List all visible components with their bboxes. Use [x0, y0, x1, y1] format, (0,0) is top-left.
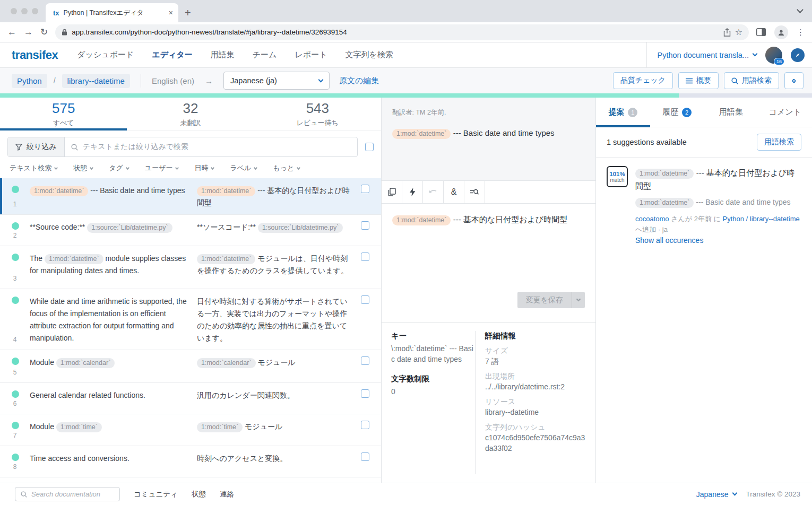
string-search-input[interactable]: テキストまたは絞り込みで検索 — [65, 137, 357, 156]
nav-item-チーム[interactable]: チーム — [253, 50, 277, 60]
new-tab-button[interactable]: + — [185, 7, 191, 19]
nav-item-用語集[interactable]: 用語集 — [211, 50, 235, 60]
string-row-8[interactable]: 8Time access and conversions.時刻へのアクセスと変換… — [0, 446, 381, 477]
string-row-3[interactable]: 3The 1:mod:`datetime` module supplies cl… — [0, 246, 381, 289]
chevron-down-icon — [318, 77, 324, 82]
row-checkbox[interactable] — [361, 252, 369, 261]
zoom-window-icon[interactable] — [32, 8, 38, 14]
filter-dropdown-状態[interactable]: 状態 — [73, 163, 93, 173]
share-icon[interactable] — [723, 28, 731, 37]
string-text: --- Basic date and time types — [88, 186, 185, 195]
panel-tab-提案[interactable]: 提案1 — [596, 98, 650, 127]
string-row-5[interactable]: 5Module 1:mod:`calendar`1:mod:`calendar`… — [0, 350, 381, 383]
close-window-icon[interactable] — [11, 8, 17, 14]
save-changes-button[interactable]: 変更を保存 — [517, 292, 585, 308]
back-button[interactable]: ← — [7, 27, 16, 38]
attribution-link[interactable]: cocoatomo — [635, 215, 669, 223]
concordance-search-button[interactable] — [464, 181, 485, 203]
row-checkbox[interactable] — [361, 185, 369, 193]
suggestion-item[interactable]: 101% match 1:mod:`datetime` --- 基本的な日付型お… — [596, 158, 812, 253]
target-language-select[interactable]: Japanese (ja) — [223, 72, 330, 90]
list-tab-レビュー待ち[interactable]: 543レビュー待ち — [254, 98, 381, 130]
filter-dropdown-タグ[interactable]: タグ — [109, 163, 129, 173]
bookmark-star-icon[interactable]: ☆ — [735, 27, 742, 37]
row-number: 4 — [11, 336, 19, 343]
string-row-1[interactable]: 11:mod:`datetime` --- Basic date and tim… — [0, 178, 381, 215]
url-bar[interactable]: app.transifex.com/python-doc/python-newe… — [55, 24, 749, 40]
nav-item-文字列を検索[interactable]: 文字列を検索 — [345, 50, 393, 60]
source-cell: The 1:mod:`datetime` module supplies cla… — [30, 252, 197, 283]
filter-dropdown-日時[interactable]: 日時 — [194, 163, 214, 173]
select-all-checkbox[interactable] — [365, 143, 374, 151]
string-row-4[interactable]: 4While date and time arithmetic is suppo… — [0, 289, 381, 350]
variable-chip[interactable]: 1:mod:`datetime` — [392, 129, 451, 139]
panel-tab-コメント[interactable]: コメント — [758, 98, 812, 127]
reload-button[interactable]: ↻ — [40, 27, 48, 38]
documentation-search-input[interactable]: Search documentation — [15, 487, 120, 501]
list-tab-未翻訳[interactable]: 32未翻訳 — [127, 98, 254, 130]
panel-tab-履歴[interactable]: 履歴2 — [650, 98, 704, 127]
show-all-occurrences-link[interactable]: Show all occurences — [635, 236, 801, 245]
footer-link-コミュニティ[interactable]: コミュニティ — [134, 490, 178, 499]
edit-source-link[interactable]: 原文の編集 — [339, 76, 379, 86]
filter-label: ラベル — [230, 163, 251, 173]
breadcrumb-project[interactable]: Python — [12, 74, 47, 88]
overview-button[interactable]: 概要 — [678, 72, 719, 89]
footer-link-状態[interactable]: 状態 — [192, 490, 206, 499]
attribution-text: · ja — [656, 225, 668, 233]
project-selector[interactable]: Python document transla... — [658, 51, 757, 59]
nav-item-レポート[interactable]: レポート — [295, 50, 327, 60]
attribution-link[interactable]: Python / library--datetime — [723, 215, 800, 223]
machine-translation-button[interactable] — [402, 181, 423, 203]
filter-dropdown-ラベル[interactable]: ラベル — [230, 163, 257, 173]
details-fields: サイズ7 語出現場所../../library/datetime.rst:2リソ… — [485, 346, 586, 454]
breadcrumb-resource[interactable]: library--datetime — [62, 74, 130, 88]
browser-menu-icon[interactable]: ⋮ — [797, 28, 805, 37]
ui-language-select[interactable]: Japanese — [696, 490, 737, 499]
list-tab-すべて[interactable]: 575すべて — [0, 98, 127, 130]
undo-button[interactable] — [423, 181, 444, 203]
browser-tab[interactable]: tx Python | Transifexエディタ × — [46, 3, 178, 22]
row-checkbox[interactable] — [361, 452, 369, 461]
tab-label: すべて — [53, 118, 74, 128]
compass-icon[interactable] — [791, 48, 805, 62]
filter-dropdown-テキスト検索[interactable]: テキスト検索 — [10, 163, 57, 173]
filter-button[interactable]: 絞り込み — [8, 137, 65, 156]
string-row-9[interactable]: 9Module 1:mod:`zoneinfo`1:mod:`zoneinfo`… — [0, 477, 381, 483]
special-characters-button[interactable]: & — [444, 181, 464, 203]
close-tab-icon[interactable]: × — [169, 8, 173, 17]
transifex-logo[interactable]: transifex — [12, 48, 58, 62]
nav-item-エディター[interactable]: エディター — [152, 50, 192, 60]
string-row-6[interactable]: 6General calendar related functions.汎用のカ… — [0, 383, 381, 414]
sidepanel-icon[interactable] — [756, 28, 766, 36]
string-row-7[interactable]: 7Module 1:mod:`time`1:mod:`time` モジュール — [0, 414, 381, 446]
string-row-2[interactable]: 2**Source code:** 1:source:`Lib/datetime… — [0, 215, 381, 246]
copy-source-button[interactable] — [382, 181, 402, 203]
row-checkbox[interactable] — [361, 356, 369, 365]
glossary-search-button-right[interactable]: 用語検索 — [757, 134, 801, 151]
row-checkbox[interactable] — [361, 389, 369, 398]
suggestions-panel: 提案1履歴2用語集コメント 1 suggestions available 用語… — [596, 98, 812, 483]
row-checkbox[interactable] — [361, 421, 369, 429]
panel-tab-用語集[interactable]: 用語集 — [704, 98, 758, 127]
variable-chip[interactable]: 1:mod:`datetime` — [392, 215, 451, 225]
nav-item-ダッシュボード[interactable]: ダッシュボード — [77, 50, 134, 60]
row-checkbox[interactable] — [361, 221, 369, 230]
browser-profile-avatar[interactable] — [774, 25, 788, 39]
footer-link-連絡[interactable]: 連絡 — [220, 490, 234, 499]
window-chevron-icon[interactable] — [797, 6, 804, 13]
translation-input[interactable]: 1:mod:`datetime` --- 基本的な日付型および時間型 — [382, 204, 595, 292]
user-avatar[interactable]: 16 — [765, 47, 782, 64]
forward-button[interactable]: → — [24, 27, 33, 38]
glossary-search-button[interactable]: 用語検索 — [724, 72, 779, 89]
window-controls[interactable] — [0, 0, 46, 22]
row-number: 2 — [11, 232, 19, 239]
row-checkbox[interactable] — [361, 295, 369, 304]
filter-dropdown-もっと[interactable]: もっと — [273, 163, 300, 173]
save-options-caret[interactable] — [572, 292, 585, 308]
list-icon — [686, 78, 693, 84]
minimize-window-icon[interactable] — [21, 8, 28, 14]
settings-button[interactable] — [784, 72, 804, 89]
quality-check-button[interactable]: 品質チェック — [613, 72, 673, 89]
filter-dropdown-ユーザー[interactable]: ユーザー — [145, 163, 179, 173]
